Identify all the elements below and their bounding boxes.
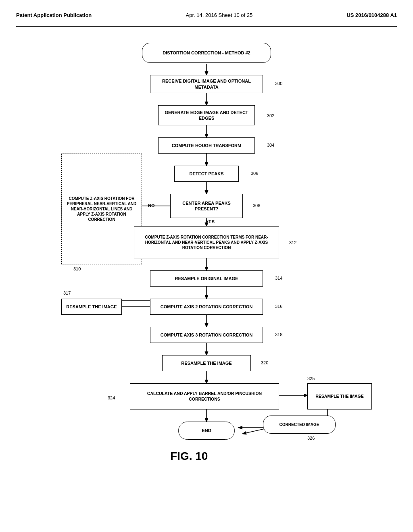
- node-317-text: RESAMPLE THE IMAGE: [66, 304, 117, 310]
- label-300: 300: [275, 81, 282, 86]
- page-header: Patent Application Publication Apr. 14, …: [16, 8, 397, 27]
- node-320-text: RESAMPLE THE IMAGE: [181, 360, 232, 366]
- node-308: CENTER AREA PEAKS PRESENT?: [170, 194, 243, 218]
- label-326: 326: [307, 436, 315, 441]
- node-316: COMPUTE AXIS 2 ROTATION CORRECTION: [150, 299, 263, 315]
- node-312: COMPUTE Z-AXIS ROTATION CORRECTION TERMS…: [134, 226, 279, 258]
- node-314-text: RESAMPLE ORIGINAL IMAGE: [175, 276, 238, 281]
- node-310-text: COMPUTE Z-AXIS ROTATION FOR PERIPHERAL N…: [65, 196, 138, 222]
- corrected-image-text: CORRECTED IMAGE: [280, 422, 319, 427]
- label-325: 325: [307, 376, 315, 381]
- node-306: DETECT PEAKS: [174, 166, 239, 182]
- label-317: 317: [63, 291, 71, 295]
- label-306: 306: [251, 171, 258, 176]
- node-300: RECEIVE DIGITAL IMAGE AND OPTIONAL METAD…: [150, 75, 263, 93]
- end-label: END: [202, 428, 211, 433]
- node-325-text: RESAMPLE THE IMAGE: [315, 394, 364, 399]
- label-312: 312: [289, 240, 296, 245]
- node-314: RESAMPLE ORIGINAL IMAGE: [150, 270, 263, 287]
- node-316-text: COMPUTE AXIS 2 ROTATION CORRECTION: [161, 304, 252, 310]
- label-302: 302: [267, 113, 274, 118]
- label-318: 318: [275, 332, 282, 337]
- label-308: 308: [253, 203, 260, 208]
- end-box: END: [178, 422, 235, 440]
- corrected-image-box: CORRECTED IMAGE: [263, 416, 336, 434]
- header-right: US 2016/0104288 A1: [346, 12, 397, 18]
- node-308-text: CENTER AREA PEAKS PRESENT?: [174, 200, 239, 212]
- node-324-text: CALCULATE AND APPLY BARREL AND/OR PINCUS…: [133, 391, 275, 402]
- label-320: 320: [261, 360, 268, 365]
- node-318: COMPUTE AXIS 3 ROTATION CORRECTION: [150, 327, 263, 343]
- label-324: 324: [108, 395, 115, 400]
- node-325: RESAMPLE THE IMAGE: [307, 383, 372, 409]
- page: Patent Application Publication Apr. 14, …: [0, 0, 413, 532]
- label-316: 316: [275, 304, 282, 309]
- node-302: GENERATE EDGE IMAGE AND DETECT EDGES: [158, 105, 255, 125]
- node-312-text: COMPUTE Z-AXIS ROTATION CORRECTION TERMS…: [138, 235, 275, 250]
- node-304-text: COMPUTE HOUGH TRANSFORM: [172, 143, 241, 148]
- yes-label: YES: [206, 219, 215, 224]
- label-310: 310: [73, 266, 81, 271]
- node-306-text: DETECT PEAKS: [190, 171, 224, 177]
- flowchart: DISTORTION CORRECTION - METHOD #2 RECEIV…: [25, 35, 388, 510]
- start-label: DISTORTION CORRECTION - METHOD #2: [163, 50, 250, 56]
- node-324: CALCULATE AND APPLY BARREL AND/OR PINCUS…: [130, 383, 279, 409]
- node-302-text: GENERATE EDGE IMAGE AND DETECT EDGES: [162, 110, 251, 121]
- node-300-text: RECEIVE DIGITAL IMAGE AND OPTIONAL METAD…: [154, 78, 259, 90]
- header-center: Apr. 14, 2016 Sheet 10 of 25: [186, 12, 253, 18]
- node-304: COMPUTE HOUGH TRANSFORM: [158, 137, 255, 154]
- label-314: 314: [275, 276, 282, 281]
- fig-label: FIG. 10: [170, 450, 208, 463]
- header-left: Patent Application Publication: [16, 12, 92, 18]
- node-318-text: COMPUTE AXIS 3 ROTATION CORRECTION: [161, 332, 252, 338]
- start-box: DISTORTION CORRECTION - METHOD #2: [142, 43, 271, 63]
- node-320: RESAMPLE THE IMAGE: [162, 355, 251, 371]
- node-317: RESAMPLE THE IMAGE: [61, 299, 122, 315]
- no-label: NO: [148, 203, 155, 208]
- label-304: 304: [267, 143, 274, 148]
- node-310: COMPUTE Z-AXIS ROTATION FOR PERIPHERAL N…: [61, 154, 142, 264]
